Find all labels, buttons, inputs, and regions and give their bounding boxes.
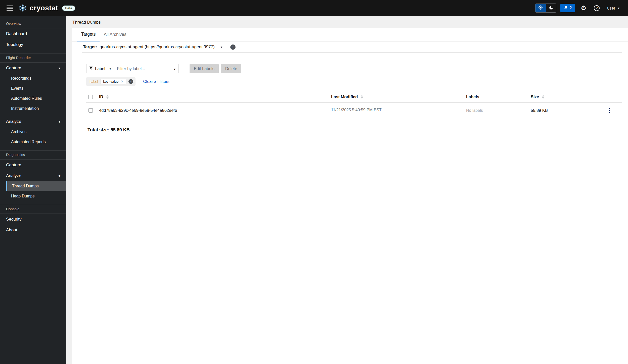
select-all-checkbox[interactable] bbox=[88, 95, 93, 99]
sidebar-item-topology[interactable]: Topology bbox=[0, 39, 66, 50]
sidebar-item-instrumentation[interactable]: Instrumentation bbox=[6, 103, 66, 114]
table-row: 4dd78a63-829c-4e69-8e58-54e4a862eefb 11/… bbox=[86, 103, 622, 118]
sidebar-item-capture-diagnostics[interactable]: Capture bbox=[0, 160, 66, 170]
chip-group-label: Label bbox=[89, 80, 98, 84]
sort-arrows-icon[interactable] bbox=[361, 95, 363, 99]
clear-chip-group-icon[interactable]: ✕ bbox=[128, 79, 133, 84]
delete-button[interactable]: Delete bbox=[221, 64, 242, 73]
notification-count: 2 bbox=[569, 6, 572, 10]
target-select-value[interactable]: quarkus-cryostat-agent (https://quarkus-… bbox=[100, 44, 214, 49]
nav-section-title: Diagnostics bbox=[0, 151, 66, 159]
column-header-last-modified[interactable]: Last Modified bbox=[331, 94, 466, 99]
thread-dump-id: 4dd78a63-829c-4e69-8e58-54e4a862eefb bbox=[99, 108, 331, 113]
funnel-icon bbox=[89, 66, 93, 71]
sidebar-item-dashboard[interactable]: Dashboard bbox=[0, 28, 66, 39]
sidebar: Overview Dashboard Topology Flight Recor… bbox=[0, 16, 66, 364]
row-checkbox[interactable] bbox=[88, 108, 93, 113]
username: user bbox=[607, 6, 615, 11]
nav-section-console: Console Security About bbox=[0, 201, 66, 235]
settings-button[interactable]: ⚙ bbox=[579, 4, 588, 13]
label-chip-group: Label key=value ✕ ✕ bbox=[86, 77, 136, 86]
target-label: Target: bbox=[83, 44, 97, 49]
masthead: C cryostat Beta bbox=[0, 0, 628, 16]
sort-arrows-icon[interactable] bbox=[542, 95, 545, 99]
label-filter-input[interactable] bbox=[114, 64, 178, 73]
nav-section-title: Console bbox=[0, 205, 66, 214]
caret-down-icon[interactable]: ▾ bbox=[174, 67, 175, 71]
sidebar-item-archives[interactable]: Archives bbox=[6, 127, 66, 137]
kebab-menu-icon[interactable]: ⋮ bbox=[607, 108, 612, 113]
theme-toggle-group bbox=[535, 4, 556, 13]
notifications-button[interactable]: 2 bbox=[560, 4, 575, 12]
remove-chip-icon[interactable]: ✕ bbox=[121, 80, 123, 83]
labels-cell: No labels bbox=[466, 108, 531, 113]
cryostat-logo-icon: C bbox=[19, 4, 27, 12]
sidebar-item-thread-dumps[interactable]: Thread Dumps bbox=[6, 181, 66, 191]
thread-dumps-table: ID Last Modified Labels Size bbox=[86, 91, 622, 118]
sidebar-item-capture[interactable]: Capture ▾ bbox=[0, 63, 66, 73]
gear-icon: ⚙ bbox=[581, 5, 587, 11]
target-select-bar: Target: quarkus-cryostat-agent (https://… bbox=[82, 41, 622, 53]
nav-section-diagnostics: Diagnostics Capture Analyze ▾ Thread Dum… bbox=[0, 147, 66, 201]
caret-down-icon: ▾ bbox=[618, 7, 619, 10]
sidebar-item-automated-rules[interactable]: Automated Rules bbox=[6, 93, 66, 103]
thread-dumps-panel: Targets All Archives Target: quarkus-cry… bbox=[72, 28, 628, 364]
breadcrumb: Thread Dumps bbox=[66, 16, 628, 28]
filter-category-select[interactable]: Label ▾ bbox=[86, 64, 114, 73]
svg-text:C: C bbox=[22, 7, 24, 10]
help-button[interactable]: ? bbox=[592, 4, 601, 13]
beta-badge: Beta bbox=[62, 6, 75, 11]
toolbar-divider bbox=[184, 64, 184, 73]
sort-arrows-icon[interactable] bbox=[106, 95, 109, 99]
chevron-down-icon: ▾ bbox=[59, 66, 60, 70]
sidebar-item-events[interactable]: Events bbox=[6, 83, 66, 93]
chevron-down-icon: ▾ bbox=[59, 174, 60, 178]
info-circle-icon[interactable]: i bbox=[230, 44, 236, 50]
light-theme-toggle[interactable] bbox=[535, 4, 546, 12]
filter-toolbar: Label ▾ ▾ Edit Labels Delete bbox=[86, 64, 622, 73]
sidebar-item-security[interactable]: Security bbox=[0, 214, 66, 225]
tab-targets[interactable]: Targets bbox=[77, 28, 100, 41]
column-header-id[interactable]: ID bbox=[99, 94, 331, 99]
active-filters-row: Label key=value ✕ ✕ Clear all filters bbox=[86, 77, 628, 86]
brand-title: cryostat bbox=[30, 4, 58, 12]
label-filter-typeahead: ▾ bbox=[114, 64, 179, 73]
tabs: Targets All Archives bbox=[72, 28, 628, 41]
sidebar-item-heap-dumps[interactable]: Heap Dumps bbox=[6, 191, 66, 201]
filter-category-value: Label bbox=[95, 66, 105, 71]
edit-labels-button[interactable]: Edit Labels bbox=[190, 64, 219, 73]
table-header-row: ID Last Modified Labels Size bbox=[86, 91, 622, 103]
nav-section-overview: Overview Dashboard Topology bbox=[0, 16, 66, 50]
nav-section-flight-recorder: Flight Recorder Capture ▾ Recordings Eve… bbox=[0, 50, 66, 147]
sidebar-item-automated-reports[interactable]: Automated Reports bbox=[6, 137, 66, 147]
sidebar-item-analyze-diagnostics[interactable]: Analyze ▾ bbox=[0, 170, 66, 181]
tab-all-archives[interactable]: All Archives bbox=[100, 28, 130, 41]
nav-toggle-icon[interactable] bbox=[7, 6, 13, 11]
column-header-size[interactable]: Size bbox=[531, 94, 602, 99]
column-header-labels: Labels bbox=[466, 94, 531, 99]
dark-theme-toggle[interactable] bbox=[546, 4, 556, 12]
caret-down-icon: ▾ bbox=[109, 67, 111, 71]
sun-icon bbox=[538, 5, 543, 11]
sidebar-item-about[interactable]: About bbox=[0, 225, 66, 235]
size-cell: 55.89 KB bbox=[531, 108, 602, 113]
question-circle-icon: ? bbox=[594, 5, 600, 11]
nav-section-title: Flight Recorder bbox=[0, 54, 66, 62]
chevron-down-icon: ▾ bbox=[59, 120, 60, 124]
caret-down-icon[interactable]: ▾ bbox=[221, 45, 222, 49]
chip-text: key=value bbox=[103, 80, 118, 83]
main-content: Thread Dumps Targets All Archives Target… bbox=[66, 16, 628, 364]
sidebar-item-analyze[interactable]: Analyze ▾ bbox=[0, 116, 66, 127]
last-modified-timestamp: 11/21/2025 5:40:59 PM EST bbox=[331, 108, 382, 113]
clear-all-filters-link[interactable]: Clear all filters bbox=[143, 79, 169, 84]
total-size: Total size: 55.89 KB bbox=[87, 127, 628, 133]
moon-icon bbox=[549, 6, 553, 11]
bell-icon bbox=[564, 6, 568, 11]
nav-section-title: Overview bbox=[0, 20, 66, 28]
brand[interactable]: C cryostat Beta bbox=[19, 4, 75, 12]
sidebar-item-recordings[interactable]: Recordings bbox=[6, 73, 66, 83]
filter-chip: key=value ✕ bbox=[101, 79, 126, 84]
user-menu[interactable]: user ▾ bbox=[605, 6, 621, 11]
